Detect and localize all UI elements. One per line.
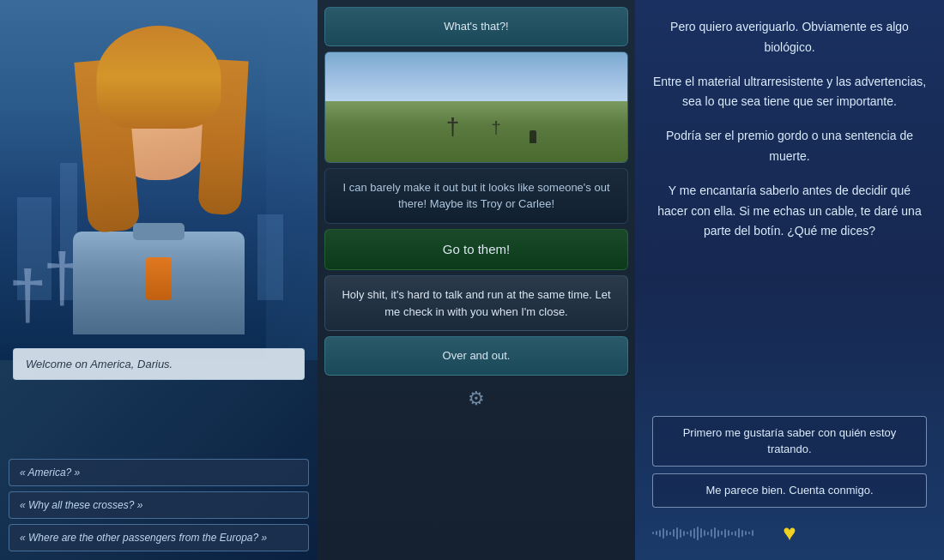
dialog-text-5: Holy shit, it's hard to talk and run at … [342, 288, 610, 318]
settings-icon[interactable]: ⚙ [468, 388, 485, 410]
response-button-2[interactable]: Me parece bien. Cuenta conmigo. [652, 473, 927, 508]
left-panel: Welcome on America, Darius. « America? »… [0, 0, 318, 560]
landscape-image: † † [325, 52, 627, 162]
landscape-ground [325, 101, 627, 161]
choice-button-1[interactable]: « America? » [9, 459, 309, 486]
waveform [652, 527, 753, 540]
dialog-text-3: I can barely make it out but it looks li… [342, 181, 609, 211]
dialog-card-image: † † [324, 51, 628, 163]
landscape-sky [325, 52, 627, 107]
hair-top [97, 26, 221, 129]
dialog-text-4: Go to them! [443, 242, 510, 256]
dialog-card-5: Holy shit, it's hard to talk and run at … [324, 275, 628, 331]
suit-collar [133, 223, 185, 240]
landscape-cross-2: † [492, 115, 501, 141]
dialog-card-6: Over and out. [324, 336, 628, 376]
bottom-row: ♥ [652, 520, 927, 546]
dialog-card-1: What's that?! [324, 7, 628, 46]
dialog-text-6: Over and out. [443, 349, 511, 362]
choice-buttons: « America? » « Why all these crosses? » … [9, 459, 309, 551]
landscape-cross-1: † [446, 109, 460, 145]
speech-bubble: Welcome on America, Darius. [13, 348, 305, 380]
narrative-para-4: Y me encantaría saberlo antes de decidir… [652, 181, 927, 242]
middle-panel: What's that?! † † I can barely make it o… [318, 0, 635, 560]
settings-row: ⚙ [324, 381, 628, 417]
narrative-para-3: Podría ser el premio gordo o una sentenc… [652, 126, 927, 167]
response-button-1[interactable]: Primero me gustaría saber con quién esto… [652, 416, 927, 466]
narrative-text: Pero quiero averiguarlo. Obviamente es a… [652, 17, 927, 407]
heart-icon[interactable]: ♥ [783, 520, 796, 546]
response-buttons: Primero me gustaría saber con quién esto… [652, 416, 927, 508]
dialog-card-3: I can barely make it out but it looks li… [324, 168, 628, 224]
landscape-figure [529, 130, 536, 143]
suit-detail [146, 257, 172, 300]
suit [73, 232, 245, 334]
choice-button-3[interactable]: « Where are the other passengers from th… [9, 524, 309, 551]
right-panel: Pero quiero averiguarlo. Obviamente es a… [635, 0, 944, 560]
speech-bubble-text: Welcome on America, Darius. [26, 358, 172, 370]
narrative-para-2: Entre el material ultrarresistente y las… [652, 72, 927, 113]
character-face [39, 9, 279, 334]
dialog-card-4[interactable]: Go to them! [324, 229, 628, 271]
choice-button-2[interactable]: « Why all these crosses? » [9, 491, 309, 519]
narrative-para-1: Pero quiero averiguarlo. Obviamente es a… [652, 17, 927, 58]
dialog-text-1: What's that?! [444, 20, 508, 33]
